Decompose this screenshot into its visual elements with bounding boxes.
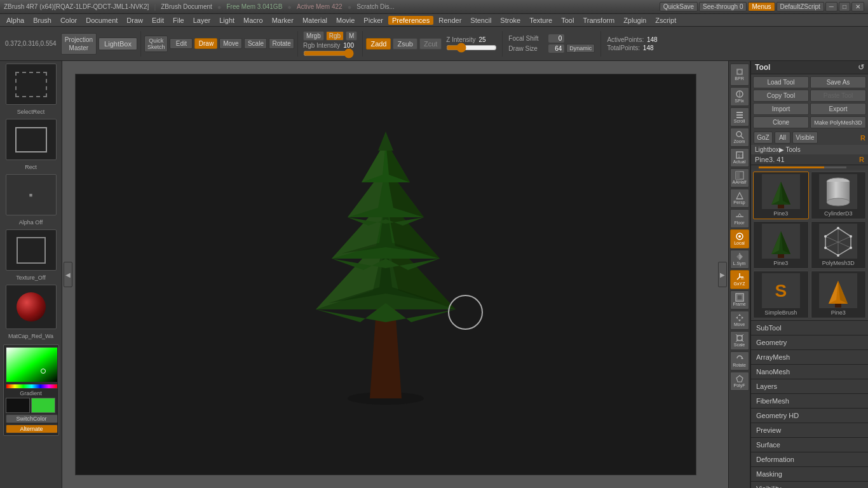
quick-sketch-button[interactable]: QuickSketch — [144, 36, 168, 52]
polyf-button[interactable]: PolyF — [730, 372, 749, 391]
menu-render[interactable]: Render — [435, 16, 465, 25]
menu-picker[interactable]: Picker — [360, 16, 387, 25]
save-as-button[interactable]: Save As — [810, 76, 866, 88]
swatch-green[interactable] — [31, 398, 55, 413]
load-tool-button[interactable]: Load Tool — [753, 76, 809, 88]
subtool-header[interactable]: SubTool — [751, 321, 868, 335]
scale-strip-button[interactable]: Scale — [730, 331, 749, 350]
tool-thumb-pine3[interactable]: Pine3 — [753, 172, 809, 219]
canvas-right-arrow[interactable]: ▶ — [718, 262, 727, 287]
rotate-button[interactable]: Rotate — [269, 38, 294, 49]
clone-button[interactable]: Clone — [753, 116, 809, 128]
floor-button[interactable]: Floor — [730, 209, 749, 228]
make-polymesh-button[interactable]: Make PolyMesh3D — [810, 116, 866, 128]
switch-color-button[interactable]: SwitchColor — [6, 414, 58, 423]
menu-file[interactable]: File — [169, 16, 188, 25]
menu-color[interactable]: Color — [57, 16, 81, 25]
fibermesh-header[interactable]: FiberMesh — [751, 394, 868, 408]
menu-zscript[interactable]: Zscript — [651, 16, 680, 25]
layers-header[interactable]: Layers — [751, 379, 868, 393]
menu-layer[interactable]: Layer — [189, 16, 215, 25]
zcut-button[interactable]: Zcut — [419, 38, 442, 50]
menu-transform[interactable]: Transform — [579, 16, 618, 25]
tool-thumb-polymesh3d[interactable]: PolyMesh3D — [811, 221, 867, 269]
copy-tool-button[interactable]: Copy Tool — [753, 90, 809, 102]
menu-document[interactable]: Document — [82, 16, 121, 25]
lsym-button[interactable]: L.Sym — [730, 250, 749, 269]
menu-marker[interactable]: Marker — [268, 16, 297, 25]
visible-button[interactable]: Visible — [792, 132, 818, 144]
menu-tool[interactable]: Tool — [557, 16, 578, 25]
tool-thumb-pine3-2[interactable]: Pine3 — [753, 221, 809, 269]
arraymesh-header[interactable]: ArrayMesh — [751, 350, 868, 364]
zsub-button[interactable]: Zsub — [393, 38, 417, 50]
menu-material[interactable]: Material — [299, 16, 331, 25]
goz-button[interactable]: GoZ — [754, 132, 773, 144]
matcap-box[interactable] — [6, 285, 57, 329]
masking-header[interactable]: Masking — [751, 467, 868, 481]
tool-reload-icon[interactable]: ↺ — [858, 63, 864, 72]
menu-light[interactable]: Light — [215, 16, 238, 25]
rect-alpha[interactable] — [6, 119, 57, 160]
menu-edit[interactable]: Edit — [148, 16, 168, 25]
texture-box[interactable] — [6, 229, 57, 271]
spix-button[interactable]: SPix — [730, 87, 749, 106]
move-strip-button[interactable]: Move — [730, 311, 749, 330]
tool-thumb-cylinderd3[interactable]: CylinderD3 — [811, 172, 867, 219]
menu-macro[interactable]: Macro — [240, 16, 267, 25]
hue-bar[interactable] — [6, 384, 58, 389]
menus-button[interactable]: Menus — [748, 2, 775, 11]
win-minimize[interactable]: ─ — [825, 2, 837, 11]
lightbox-tools-header[interactable]: Lightbox▶ Tools — [751, 145, 868, 154]
m-toggle[interactable]: M — [346, 31, 357, 41]
draw-button[interactable]: Draw — [194, 38, 217, 49]
quicksave-button[interactable]: QuickSave — [660, 2, 698, 11]
aahalf-button[interactable]: AAHalf — [730, 168, 749, 187]
visibility-header[interactable]: Visibility — [751, 482, 868, 488]
seethrough-button[interactable]: See-through 0 — [699, 2, 747, 11]
menu-zplugin[interactable]: Zplugin — [620, 16, 650, 25]
canvas-viewport[interactable] — [75, 74, 696, 475]
rgb-intensity-slider[interactable] — [303, 50, 354, 57]
actual-button[interactable]: 1:1 Actual — [730, 148, 749, 167]
zoom-button[interactable]: Zoom — [730, 128, 749, 147]
swatch-black[interactable] — [6, 398, 30, 413]
menu-texture[interactable]: Texture — [526, 16, 556, 25]
zadd-button[interactable]: Zadd — [366, 38, 391, 50]
alternate-button[interactable]: Alternate — [6, 424, 58, 433]
geometry-header[interactable]: Geometry — [751, 336, 868, 349]
gxyz-button[interactable]: XY GxYZ — [730, 270, 749, 289]
paste-tool-button[interactable]: Paste Tool — [810, 90, 866, 102]
tool-thumb-simplebrush[interactable]: S SimpleBrush — [753, 271, 809, 318]
geometryhd-header[interactable]: Geometry HD — [751, 409, 868, 423]
edit-button[interactable]: Edit — [170, 38, 193, 49]
import-button[interactable]: Import — [753, 103, 809, 115]
menu-movie[interactable]: Movie — [332, 16, 358, 25]
select-rect-alpha[interactable] — [6, 64, 57, 105]
deformation-header[interactable]: Deformation — [751, 452, 868, 466]
canvas-area[interactable]: ◀ — [62, 61, 728, 488]
canvas-left-arrow[interactable]: ◀ — [64, 262, 72, 287]
rgb-toggle[interactable]: Rgb — [326, 31, 344, 41]
win-maximize[interactable]: □ — [839, 2, 850, 11]
mrgb-toggle[interactable]: Mrgb — [303, 31, 324, 41]
all-button[interactable]: All — [775, 132, 790, 144]
color-gradient[interactable] — [6, 347, 58, 383]
bpr-button[interactable]: BPR — [730, 64, 749, 86]
export-button[interactable]: Export — [810, 103, 866, 115]
menu-alpha[interactable]: Alpha — [3, 16, 28, 25]
menu-preferences[interactable]: Preferences — [388, 16, 433, 25]
preview-header[interactable]: Preview — [751, 423, 868, 437]
defaultscript-button[interactable]: DefaultZScript — [776, 2, 824, 11]
nanomesh-header[interactable]: NanoMesh — [751, 365, 868, 379]
frame-button[interactable]: Frame — [730, 290, 749, 309]
menu-draw[interactable]: Draw — [123, 16, 147, 25]
rotate-strip-button[interactable]: Rotate — [730, 351, 749, 370]
alpha-off-box[interactable]: ■ — [6, 174, 57, 215]
persp-button[interactable]: Persp — [730, 189, 749, 208]
win-close[interactable]: ✕ — [851, 2, 864, 11]
dynamic-button[interactable]: Dynamic — [566, 44, 595, 53]
scroll-button[interactable]: Scroll — [730, 107, 749, 126]
tool-thumb-pine3-3[interactable]: Pine3 — [811, 271, 867, 318]
menu-stencil[interactable]: Stencil — [466, 16, 495, 25]
